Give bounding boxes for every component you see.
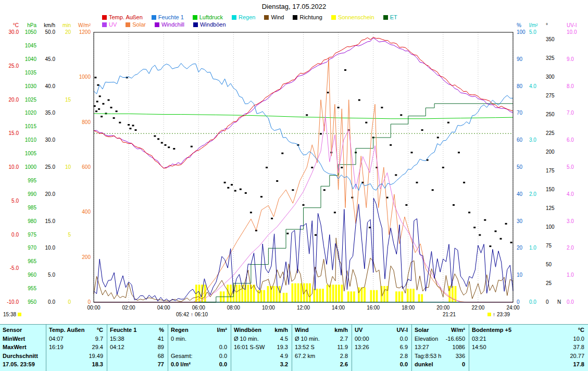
series-richtung-scatter xyxy=(94,69,512,247)
table-row: 00:000.0 xyxy=(355,335,408,343)
svg-text:10: 10 xyxy=(65,164,71,170)
column-wind: Windkm/hØ 10 min.2.713:52 S11.967.2 km2.… xyxy=(292,325,352,371)
table-row: 18.3 xyxy=(49,360,103,369)
table-row: 3.2 xyxy=(234,360,288,369)
table-header: Feuchte 1% xyxy=(110,326,164,335)
svg-text:10.0: 10.0 xyxy=(45,245,56,251)
svg-text:175: 175 xyxy=(546,168,555,174)
svg-text:0: 0 xyxy=(87,299,91,305)
svg-text:25.0: 25.0 xyxy=(45,164,56,170)
svg-text:50: 50 xyxy=(546,262,552,267)
moonrise-arrow-icon: ↑ xyxy=(493,312,495,317)
svg-text:20: 20 xyxy=(517,245,523,251)
svg-text:20: 20 xyxy=(65,29,71,35)
time-label: 21:21 xyxy=(443,312,456,317)
moon-marker-icon xyxy=(18,313,21,316)
column-solar: SolarW/m²Elevation-16.65013:271086Tag:8:… xyxy=(411,325,469,371)
svg-text:35.0: 35.0 xyxy=(45,110,56,116)
table-row: Elevation-16.650 xyxy=(415,335,465,343)
column-feuchte-1: Feuchte 1%15:384104:12896877 xyxy=(107,325,168,371)
svg-text:100: 100 xyxy=(517,29,526,35)
svg-text:15.0: 15.0 xyxy=(9,130,19,136)
svg-text:1020: 1020 xyxy=(25,110,37,116)
svg-text:60: 60 xyxy=(517,137,523,143)
svg-text:9.0: 9.0 xyxy=(567,56,574,62)
table-header: Windkm/h xyxy=(295,326,348,335)
time-label: 05:42 xyxy=(176,312,189,317)
svg-text:955: 955 xyxy=(28,286,36,291)
svg-text:50: 50 xyxy=(517,164,523,170)
table-header: SolarW/m² xyxy=(415,326,465,335)
svg-text:km/h: km/h xyxy=(44,22,55,28)
svg-text:975: 975 xyxy=(28,232,36,238)
svg-text:15.0: 15.0 xyxy=(45,218,56,224)
page-title: Dienstag, 17.05.2022 xyxy=(0,3,588,10)
series-temp xyxy=(94,38,513,168)
svg-text:10:00: 10:00 xyxy=(262,305,275,311)
svg-text:04:00: 04:00 xyxy=(157,305,170,311)
table-row: 4.9 xyxy=(234,352,288,361)
svg-text:l/m²: l/m² xyxy=(529,22,538,28)
summary-table: SensorMinWertMaxWertDurchschnitt17.05. 2… xyxy=(0,324,588,371)
svg-text:0.0: 0.0 xyxy=(48,299,55,305)
svg-text:24:00: 24:00 xyxy=(506,305,519,311)
table-row: 0.0 xyxy=(355,360,408,369)
axis-left-min: min20151050 xyxy=(62,22,71,305)
svg-text:800: 800 xyxy=(82,119,91,125)
svg-text:15: 15 xyxy=(65,97,71,103)
svg-text:1050: 1050 xyxy=(25,29,37,35)
svg-text:350: 350 xyxy=(546,36,555,42)
svg-text:1005: 1005 xyxy=(25,151,37,156)
svg-text:150: 150 xyxy=(546,187,555,192)
svg-text:80: 80 xyxy=(517,83,523,89)
sun-moon-times: 15:38 05:42 ↑ 06:10 21:21 ↑ 23:39 xyxy=(0,312,588,319)
svg-text:14:00: 14:00 xyxy=(332,305,345,311)
svg-text:1015: 1015 xyxy=(25,123,37,129)
svg-text:970: 970 xyxy=(28,245,36,251)
weather-station-day-view: Dienstag, 17.05.2022 Temp. AußenFeuchte … xyxy=(0,0,588,371)
svg-text:1040: 1040 xyxy=(25,56,37,62)
svg-text:990: 990 xyxy=(28,191,36,197)
svg-text:200: 200 xyxy=(82,254,91,260)
svg-text:45.0: 45.0 xyxy=(45,56,56,62)
column-sensor: SensorMinWertMaxWertDurchschnitt17.05. 2… xyxy=(0,325,46,371)
table-row: Ø 10 min.2.7 xyxy=(295,335,348,343)
table-row: 19.49 xyxy=(49,352,103,361)
svg-text:75: 75 xyxy=(546,243,552,249)
svg-text:325: 325 xyxy=(546,55,555,61)
table-row: 13:271086 xyxy=(415,343,465,352)
svg-text:UV-I: UV-I xyxy=(567,22,577,28)
table-header: Temp. Außen°C xyxy=(49,326,103,335)
table-row: Durchschnitt xyxy=(3,352,42,361)
svg-text:70: 70 xyxy=(517,110,523,116)
table-row: MaxWert xyxy=(3,343,42,352)
axis-right-: %1009080706050403020100 xyxy=(517,22,526,305)
table-row: 13:266.9 xyxy=(355,343,408,352)
svg-text:10.0: 10.0 xyxy=(9,164,19,170)
svg-text:40: 40 xyxy=(517,191,523,197)
svg-text:225: 225 xyxy=(546,130,555,136)
column-regen: Regenl/m²0 min.0.0Gesamt:0.00.0 l/m²0.0 xyxy=(168,325,231,371)
time-label: 23:39 xyxy=(497,312,510,317)
svg-text:20.0: 20.0 xyxy=(45,191,56,197)
svg-text:06:00: 06:00 xyxy=(192,305,205,311)
svg-text:25.0: 25.0 xyxy=(9,63,19,69)
svg-text:2.0: 2.0 xyxy=(567,245,574,251)
svg-text:985: 985 xyxy=(28,205,36,211)
svg-text:995: 995 xyxy=(28,178,36,183)
x-axis-labels: 00:0002:0004:0006:0008:0010:0012:0014:00… xyxy=(87,305,519,311)
footer-sunset: 21:21 xyxy=(443,312,456,317)
column-windb-en: Windböenkm/hØ 10 min.4.516:01 S-SW19.34.… xyxy=(231,325,292,371)
table-row: 04:079.7 xyxy=(49,335,103,343)
table-row: 16:01 S-SW19.3 xyxy=(234,343,288,352)
svg-text:0: 0 xyxy=(546,299,549,305)
svg-text:1035: 1035 xyxy=(25,70,37,76)
svg-text:5: 5 xyxy=(68,232,71,238)
svg-text:1045: 1045 xyxy=(25,43,37,48)
svg-text:18:00: 18:00 xyxy=(402,305,415,311)
svg-text:125: 125 xyxy=(546,205,555,211)
axis-left-c: °C30.025.020.015.010.05.00.0-5.0-10.0 xyxy=(7,22,19,305)
table-row: 03:2110.0 xyxy=(472,335,584,343)
svg-text:10: 10 xyxy=(517,272,523,278)
table-header: Bodentemp +5°C xyxy=(472,326,584,335)
